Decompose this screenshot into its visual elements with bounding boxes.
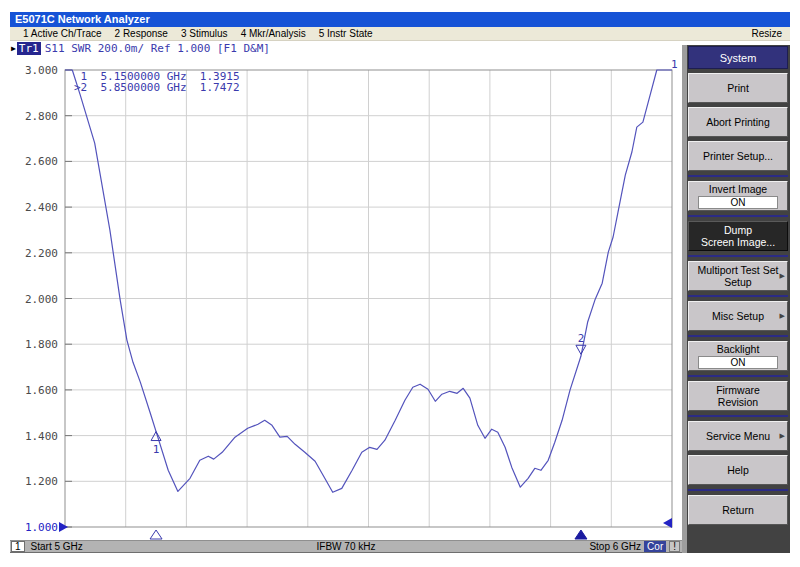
- softkey-label: Revision: [718, 396, 758, 408]
- softkey-button-misc-setup[interactable]: Misc Setup▶: [688, 301, 788, 331]
- softkey-separator: [688, 489, 788, 491]
- softkey-label: Service Menu: [706, 430, 770, 442]
- submenu-arrow-icon: ▶: [780, 270, 785, 282]
- stop-frequency-label: Stop 6 GHz: [589, 541, 641, 552]
- softkey-separator: [688, 255, 788, 257]
- alert-indicator: !: [669, 541, 680, 552]
- softkey-buttons: SystemPrintAbort PrintingPrinter Setup..…: [688, 46, 788, 529]
- submenu-arrow-icon: ▶: [780, 430, 785, 442]
- softkey-button-invert-image[interactable]: Invert ImageON: [688, 181, 788, 211]
- analyzer-screen: ▶ Tr1 S11 SWR 200.0m/ Ref 1.000 [F1 D&M]…: [10, 41, 682, 540]
- softkey-button-multiport-test-set-setup[interactable]: Multiport Test SetSetup▶: [688, 261, 788, 291]
- softkey-separator: [688, 335, 788, 337]
- window-titlebar[interactable]: E5071C Network Analyzer: [10, 12, 790, 27]
- menu-bar: 1 Active Ch/Trace2 Response3 Stimulus4 M…: [10, 27, 790, 41]
- window-title: E5071C Network Analyzer: [15, 13, 150, 25]
- softkey-label: Invert Image: [709, 183, 767, 195]
- softkey-menu-title-system: System: [688, 46, 788, 69]
- softkey-label: Return: [722, 504, 754, 516]
- softkey-label: Print: [727, 82, 749, 94]
- softkey-button-help[interactable]: Help: [688, 455, 788, 485]
- y-axis-label: 3.000: [25, 64, 58, 77]
- y-axis-label: 2.800: [25, 110, 58, 123]
- swr-plot: 3.0002.8002.6002.4002.2002.0001.8001.600…: [10, 41, 682, 540]
- y-axis-label: 2.000: [25, 293, 58, 306]
- y-axis-label: 2.400: [25, 201, 58, 214]
- menu-item-4-mkr-analysis[interactable]: 4 Mkr/Analysis: [241, 28, 306, 39]
- toggle-state-value: ON: [698, 196, 778, 209]
- softkey-button-print[interactable]: Print: [688, 73, 788, 103]
- y-axis-label: 1.800: [25, 338, 58, 351]
- submenu-arrow-icon: ▶: [780, 310, 785, 322]
- softkey-label: Printer Setup...: [703, 150, 773, 162]
- trace-end-number: 1: [671, 58, 678, 71]
- softkey-separator: [688, 175, 788, 177]
- softkey-label: Setup: [724, 276, 751, 288]
- softkey-button-abort-printing[interactable]: Abort Printing: [688, 107, 788, 137]
- start-frequency-label: Start 5 GHz: [31, 541, 83, 552]
- softkey-button-backlight[interactable]: BacklightON: [688, 341, 788, 371]
- y-axis-label: 1.200: [25, 475, 58, 488]
- marker-1-stimulus-indicator-icon[interactable]: [150, 530, 162, 539]
- softkey-button-return[interactable]: Return: [688, 495, 788, 525]
- menu-item-5-instr-state[interactable]: 5 Instr State: [319, 28, 373, 39]
- menu-item-resize[interactable]: Resize: [751, 28, 782, 39]
- y-axis-label: 2.600: [25, 155, 58, 168]
- softkey-button-service-menu[interactable]: Service Menu▶: [688, 421, 788, 451]
- menu-item-2-response[interactable]: 2 Response: [115, 28, 168, 39]
- marker-2-number: 2: [578, 332, 585, 345]
- softkey-label: Misc Setup: [712, 310, 764, 322]
- softkey-button-printer-setup[interactable]: Printer Setup...: [688, 141, 788, 171]
- softkey-label: Help: [727, 464, 749, 476]
- y-axis-label: 1.600: [25, 384, 58, 397]
- menu-item-3-stimulus[interactable]: 3 Stimulus: [181, 28, 228, 39]
- y-axis-ref-label: 1.000: [25, 521, 58, 534]
- correction-badge: Cor: [644, 541, 666, 552]
- softkey-separator: [688, 415, 788, 417]
- softkey-label: Dump: [724, 224, 752, 236]
- softkey-separator: [688, 215, 788, 217]
- marker-1-number: 1: [153, 443, 160, 456]
- channel-number-box: 1: [11, 541, 25, 552]
- softkey-label: Backlight: [717, 343, 760, 355]
- marker-2-icon[interactable]: [576, 345, 586, 354]
- softkey-separator: [688, 375, 788, 377]
- softkey-label: Firmware: [716, 384, 760, 396]
- softkey-label: Multiport Test Set: [698, 264, 779, 276]
- softkey-sidebar: SystemPrintAbort PrintingPrinter Setup..…: [682, 45, 790, 553]
- softkey-button-dump-screen-image[interactable]: DumpScreen Image...: [688, 221, 788, 251]
- ifbw-label: IFBW 70 kHz: [317, 541, 376, 552]
- softkey-button-firmware-revision[interactable]: FirmwareRevision: [688, 381, 788, 411]
- softkey-label: Screen Image...: [701, 236, 775, 248]
- y-axis-label: 2.200: [25, 247, 58, 260]
- menu-item-1-active-ch-trace[interactable]: 1 Active Ch/Trace: [23, 28, 102, 39]
- toggle-state-value: ON: [698, 356, 778, 369]
- softkey-label: Abort Printing: [706, 116, 770, 128]
- marker-readout: 1 5.1500000 GHz 1.3915 >2 5.8500000 GHz …: [74, 71, 240, 93]
- y-axis-label: 1.400: [25, 430, 58, 443]
- status-bar: 1 Start 5 GHz IFBW 70 kHz Stop 6 GHz Cor…: [10, 540, 682, 553]
- marker-2-stimulus-indicator-icon[interactable]: [575, 530, 587, 539]
- softkey-scroll-strip[interactable]: [682, 45, 687, 553]
- softkey-separator: [688, 295, 788, 297]
- ref-level-indicator-icon: [59, 522, 68, 532]
- menu-items: 1 Active Ch/Trace2 Response3 Stimulus4 M…: [10, 28, 373, 39]
